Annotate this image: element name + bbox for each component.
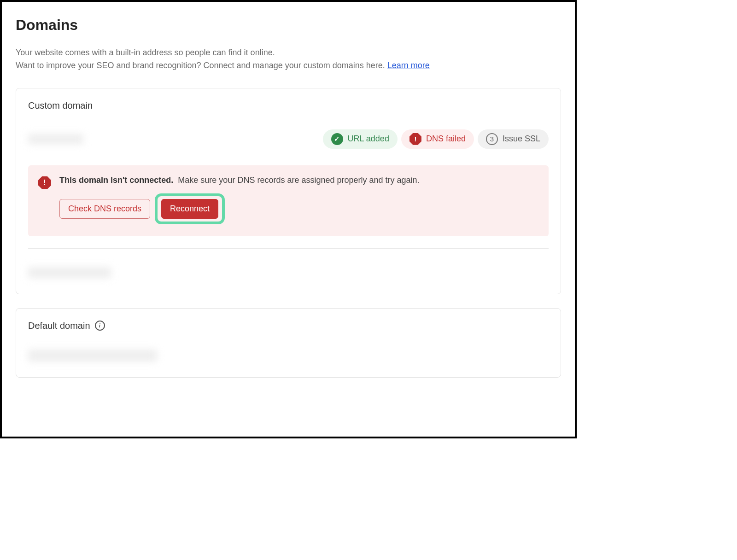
reconnect-button[interactable]: Reconnect: [161, 199, 218, 219]
intro-line2: Want to improve your SEO and brand recog…: [16, 59, 561, 72]
status-issue-ssl: 3 Issue SSL: [478, 129, 549, 149]
custom-domain-title: Custom domain: [28, 100, 549, 111]
custom-domain-card: Custom domain ✓ URL added ! DNS failed 3…: [16, 88, 561, 294]
intro-text: Your website comes with a built-in addre…: [16, 47, 561, 72]
custom-domain-name-redacted: [28, 134, 83, 144]
step-number-icon: 3: [486, 133, 498, 145]
default-domain-title: Default domain i: [28, 321, 549, 331]
default-domain-title-text: Default domain: [28, 321, 90, 331]
status-dns-failed-label: DNS failed: [426, 134, 466, 144]
alert-text: This domain isn't connected. Make sure y…: [59, 175, 538, 185]
intro-line2-prefix: Want to improve your SEO and brand recog…: [16, 61, 387, 70]
reconnect-highlight: Reconnect: [155, 193, 225, 224]
default-domain-card: Default domain i: [16, 308, 561, 378]
status-dns-failed: ! DNS failed: [401, 129, 474, 149]
alert-body-text: Make sure your DNS records are assigned …: [178, 175, 419, 185]
check-dns-button[interactable]: Check DNS records: [59, 199, 150, 219]
dns-alert: ! This domain isn't connected. Make sure…: [28, 165, 549, 236]
page-title: Domains: [16, 17, 561, 34]
divider: [28, 248, 549, 249]
error-icon: !: [409, 133, 421, 145]
alert-headline: This domain isn't connected.: [59, 175, 173, 185]
learn-more-link[interactable]: Learn more: [387, 61, 430, 70]
intro-line1: Your website comes with a built-in addre…: [16, 47, 561, 59]
default-domain-value-redacted: [28, 350, 157, 362]
status-url-added-label: URL added: [348, 134, 389, 144]
status-issue-ssl-label: Issue SSL: [503, 134, 540, 144]
custom-domain-row: ✓ URL added ! DNS failed 3 Issue SSL: [28, 129, 549, 149]
alert-error-icon: !: [38, 176, 51, 189]
custom-domain-secondary-redacted: [28, 267, 111, 278]
status-url-added: ✓ URL added: [323, 129, 398, 149]
status-pills: ✓ URL added ! DNS failed 3 Issue SSL: [323, 129, 549, 149]
check-icon: ✓: [331, 133, 343, 145]
info-icon[interactable]: i: [95, 321, 105, 331]
